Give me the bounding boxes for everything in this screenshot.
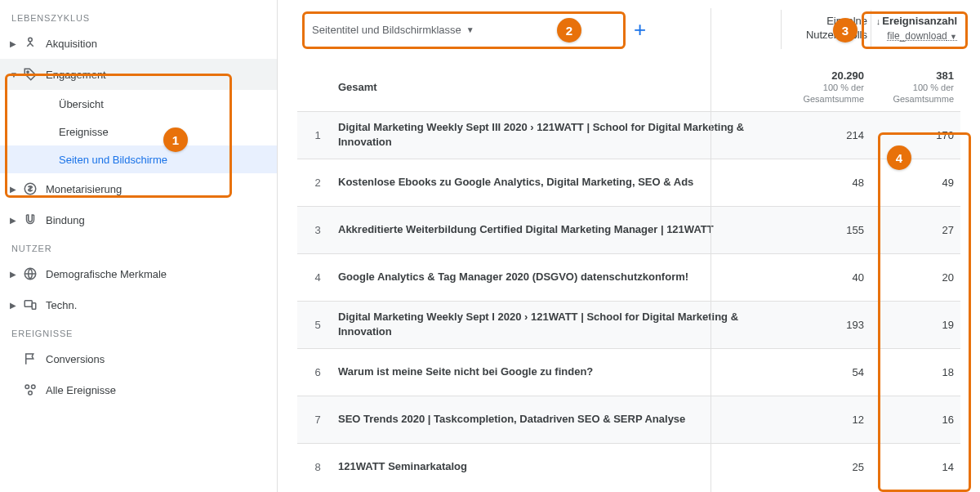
sidebar-item-label: Bindung xyxy=(46,214,267,226)
rank-cell: 1 xyxy=(297,129,338,141)
magnet-icon xyxy=(23,212,46,227)
total-scrolls: 20.290 100 % der Gesamtsumme xyxy=(781,69,871,105)
chevron-right-icon: ▶ xyxy=(10,301,23,310)
page-title-cell: Digital Marketing Weekly Sept III 2020 ›… xyxy=(338,114,781,156)
svg-rect-5 xyxy=(32,303,36,310)
data-table: Gesamt 20.290 100 % der Gesamtsumme 381 … xyxy=(297,64,960,490)
devices-icon xyxy=(23,297,46,312)
sidebar-item-label: Demografische Merkmale xyxy=(46,268,267,280)
scrolls-cell: 193 xyxy=(781,319,871,331)
tag-icon xyxy=(23,67,46,82)
table-row[interactable]: 2Kostenlose Ebooks zu Google Analytics, … xyxy=(297,159,960,206)
rank-cell: 4 xyxy=(297,271,338,284)
report-main: Seitentitel und Bildschirmklasse ▼ + Ein… xyxy=(278,0,980,492)
sidebar-item-label: Alle Ereignisse xyxy=(46,384,267,396)
section-header-lifecycle: Lebenszyklus xyxy=(0,5,277,28)
table-row[interactable]: 5Digital Marketing Weekly Sept I 2020 › … xyxy=(297,301,960,348)
rank-cell: 8 xyxy=(297,461,338,473)
metric-name: Einzelne Nutzerscrolls xyxy=(785,15,867,44)
page-title-cell: Digital Marketing Weekly Sept I 2020 › 1… xyxy=(338,303,781,346)
events-cell: 18 xyxy=(871,366,960,378)
events-cell: 14 xyxy=(871,461,960,473)
globe-icon xyxy=(23,266,46,281)
events-icon xyxy=(23,382,46,397)
table-totals-row: Gesamt 20.290 100 % der Gesamtsumme 381 … xyxy=(297,64,960,111)
svg-point-6 xyxy=(25,385,29,389)
scrolls-cell: 40 xyxy=(781,271,871,284)
table-row[interactable]: 1Digital Marketing Weekly Sept III 2020 … xyxy=(297,111,960,159)
sort-descending-icon: ↓ xyxy=(876,16,881,26)
events-cell: 16 xyxy=(871,414,960,426)
column-divider xyxy=(710,8,711,492)
page-title-cell: Akkreditierte Weiterbildung Certified Di… xyxy=(338,216,781,244)
dimension-metric-controls: Seitentitel und Bildschirmklasse ▼ + Ein… xyxy=(297,10,960,49)
metric-event-filter[interactable]: file_download ▼ xyxy=(875,30,957,42)
scrolls-cell: 25 xyxy=(781,461,871,473)
metric-column-events[interactable]: ↓Ereignisanzahl file_download ▼ xyxy=(871,10,960,49)
sidebar-item-engagement[interactable]: ▼ Engagement xyxy=(0,59,277,90)
metric-column-scrolls[interactable]: Einzelne Nutzerscrolls xyxy=(781,10,871,49)
scrolls-cell: 12 xyxy=(781,414,871,426)
rank-cell: 6 xyxy=(297,366,338,378)
events-cell: 27 xyxy=(871,224,960,236)
flag-icon xyxy=(23,351,46,366)
chevron-down-icon: ▼ xyxy=(950,33,957,41)
scrolls-cell: 214 xyxy=(781,129,871,141)
sidebar-item-conversions[interactable]: Conversions xyxy=(0,343,277,374)
primary-dimension-label: Seitentitel und Bildschirmklasse xyxy=(312,24,461,36)
page-title-cell: Google Analytics & Tag Manager 2020 (DSG… xyxy=(338,263,781,291)
chevron-right-icon: ▶ xyxy=(10,39,23,48)
sidebar-item-all-events[interactable]: Alle Ereignisse xyxy=(0,374,277,405)
events-cell: 20 xyxy=(871,271,960,284)
chevron-down-icon: ▼ xyxy=(10,70,23,79)
sidebar-item-monetization[interactable]: ▶ Monetarisierung xyxy=(0,173,277,204)
svg-point-1 xyxy=(27,71,29,73)
chevron-down-icon: ▼ xyxy=(466,25,474,34)
chevron-right-icon: ▶ xyxy=(10,270,23,279)
sidebar-item-engagement-overview[interactable]: Übersicht xyxy=(0,90,277,118)
sidebar-item-label: Conversions xyxy=(46,353,267,365)
sidebar-item-label: Akquisition xyxy=(46,38,267,50)
sidebar-item-tech[interactable]: ▶ Techn. xyxy=(0,289,277,320)
total-events: 381 100 % der Gesamtsumme xyxy=(871,69,960,105)
table-row[interactable]: 8121WATT Seminarkatalog2514 xyxy=(297,443,960,490)
table-row[interactable]: 7SEO Trends 2020 | Taskcompletion, Datad… xyxy=(297,396,960,443)
table-row[interactable]: 4Google Analytics & Tag Manager 2020 (DS… xyxy=(297,253,960,301)
primary-dimension-selector[interactable]: Seitentitel und Bildschirmklasse ▼ xyxy=(297,11,616,49)
rank-cell: 3 xyxy=(297,224,338,236)
sidebar-item-acquisition[interactable]: ▶ Akquisition xyxy=(0,28,277,59)
rank-cell: 5 xyxy=(297,319,338,331)
sidebar-item-label: Engagement xyxy=(46,69,267,81)
engagement-subnav: Übersicht Ereignisse Seiten und Bildschi… xyxy=(0,90,277,173)
rank-cell: 2 xyxy=(297,177,338,189)
sidebar-item-engagement-events[interactable]: Ereignisse xyxy=(0,118,277,145)
sidebar: Lebenszyklus ▶ Akquisition ▼ Engagement … xyxy=(0,0,278,492)
chevron-right-icon: ▶ xyxy=(10,216,23,225)
totals-label: Gesamt xyxy=(338,74,781,101)
sidebar-item-label: Monetarisierung xyxy=(46,183,267,195)
sidebar-item-demographics[interactable]: ▶ Demografische Merkmale xyxy=(0,258,277,289)
metric-headers: Einzelne Nutzerscrolls ↓Ereignisanzahl f… xyxy=(781,10,960,49)
svg-point-0 xyxy=(29,38,33,42)
chevron-right-icon: ▶ xyxy=(10,185,23,194)
svg-point-7 xyxy=(32,385,36,389)
section-header-user: Nutzer xyxy=(0,235,277,258)
add-dimension-button[interactable]: + xyxy=(626,17,654,42)
acquisition-icon xyxy=(23,36,46,51)
table-row[interactable]: 3Akkreditierte Weiterbildung Certified D… xyxy=(297,206,960,253)
events-cell: 49 xyxy=(871,177,960,189)
events-cell: 19 xyxy=(871,319,960,331)
svg-rect-4 xyxy=(24,301,32,307)
sidebar-item-label: Techn. xyxy=(46,299,267,311)
events-cell: 170 xyxy=(871,129,960,141)
page-title-cell: SEO Trends 2020 | Taskcompletion, Datadr… xyxy=(338,405,781,433)
table-row[interactable]: 6Warum ist meine Seite nicht bei Google … xyxy=(297,348,960,396)
scrolls-cell: 54 xyxy=(781,366,871,378)
scrolls-cell: 155 xyxy=(781,224,871,236)
sidebar-item-engagement-pages[interactable]: Seiten und Bildschirme xyxy=(0,145,277,173)
page-title-cell: Kostenlose Ebooks zu Google Analytics, D… xyxy=(338,168,781,196)
metric-name: ↓Ereignisanzahl xyxy=(875,15,957,30)
page-title-cell: Warum ist meine Seite nicht bei Google z… xyxy=(338,358,781,386)
sidebar-item-retention[interactable]: ▶ Bindung xyxy=(0,204,277,235)
section-header-events: Ereignisse xyxy=(0,320,277,343)
